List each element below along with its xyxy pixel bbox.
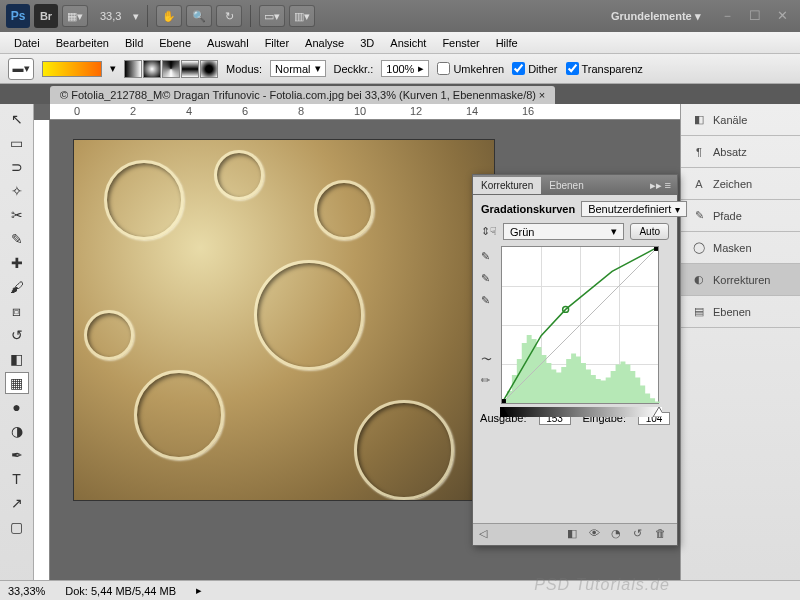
menu-auswahl[interactable]: Auswahl [199,34,257,52]
lasso-tool-icon[interactable]: ⊃ [5,156,29,178]
transparenz-checkbox[interactable]: Transparenz [566,62,643,75]
eraser-tool-icon[interactable]: ◧ [5,348,29,370]
photoshop-icon[interactable]: Ps [6,4,30,28]
preset-select[interactable]: Benutzerdefiniert ▾ [581,201,687,217]
curves-graph[interactable] [501,246,659,404]
right-panel-dock: ◧Kanäle ¶Absatz AZeichen ✎Pfade ◯Masken … [680,104,800,600]
document-tab[interactable]: © Fotolia_212788_M© Dragan Trifunovic - … [50,86,555,104]
target-adjust-icon[interactable]: ⇕☟ [481,225,497,238]
umkehren-checkbox[interactable]: Umkehren [437,62,504,75]
radial-gradient-icon[interactable] [143,60,161,78]
heal-tool-icon[interactable]: ✚ [5,252,29,274]
menu-bearbeiten[interactable]: Bearbeiten [48,34,117,52]
menu-3d[interactable]: 3D [352,34,382,52]
modus-select[interactable]: Normal▾ [270,60,325,77]
menu-datei[interactable]: Datei [6,34,48,52]
rotate-view-icon[interactable]: ↻ [216,5,242,27]
move-tool-icon[interactable]: ↖ [5,108,29,130]
clip-icon[interactable]: ◧ [567,527,583,543]
angle-gradient-icon[interactable] [162,60,180,78]
menu-bild[interactable]: Bild [117,34,151,52]
diamond-gradient-icon[interactable] [200,60,218,78]
close-icon[interactable]: × [539,89,545,101]
paths-icon: ✎ [691,208,707,224]
options-bar: ▬▾ ▾ Modus: Normal▾ Deckkr.: 100%▸ Umkeh… [0,54,800,84]
arrange-docs-icon[interactable]: ▦▾ [62,5,88,27]
panel-expand-icon[interactable]: ▸▸ ≡ [644,179,677,192]
trash-icon[interactable]: 🗑 [655,527,671,543]
window-controls[interactable]: － ☐ ✕ [721,7,794,25]
adjustments-tab[interactable]: Korrekturen [473,177,541,194]
gray-point-eyedropper-icon[interactable]: ✎ [481,272,497,288]
adjustments-icon: ◐ [691,272,707,288]
panel-masken[interactable]: ◯Masken [681,232,800,264]
ruler-horizontal[interactable]: 0246810121416 [50,104,680,120]
panel-zeichen[interactable]: AZeichen [681,168,800,200]
menu-ansicht[interactable]: Ansicht [382,34,434,52]
menu-filter[interactable]: Filter [257,34,297,52]
deckkr-input[interactable]: 100%▸ [381,60,429,77]
svg-line-1 [502,247,658,403]
menu-fenster[interactable]: Fenster [434,34,487,52]
screen-mode-icon[interactable]: ▭▾ [259,5,285,27]
linear-gradient-icon[interactable] [124,60,142,78]
menu-ebene[interactable]: Ebene [151,34,199,52]
panel-kanaele[interactable]: ◧Kanäle [681,104,800,136]
gradient-type-buttons [124,60,218,78]
statusbar: 33,33% Dok: 5,44 MB/5,44 MB ▸ [0,580,800,600]
dither-checkbox[interactable]: Dither [512,62,557,75]
reflected-gradient-icon[interactable] [181,60,199,78]
auto-button[interactable]: Auto [630,223,669,240]
panel-absatz[interactable]: ¶Absatz [681,136,800,168]
curve-point-mode-icon[interactable]: 〜 [481,352,497,368]
panel-korrekturen[interactable]: ◐Korrekturen [681,264,800,296]
canvas-image[interactable] [74,140,494,500]
panel-ebenen[interactable]: ▤Ebenen [681,296,800,328]
extras-icon[interactable]: ▥▾ [289,5,315,27]
back-icon[interactable]: ◁ [479,527,495,543]
panel-pfade[interactable]: ✎Pfade [681,200,800,232]
white-point-eyedropper-icon[interactable]: ✎ [481,294,497,310]
curve-draw-mode-icon[interactable]: ✏ [481,374,497,390]
channel-select[interactable]: Grün ▾ [503,223,624,240]
gradient-swatch[interactable] [42,61,102,77]
eye-icon[interactable]: 👁 [589,527,605,543]
workspace-selector[interactable]: Grundelemente ▾ [603,6,709,27]
path-tool-icon[interactable]: ↗ [5,492,29,514]
shape-tool-icon[interactable]: ▢ [5,516,29,538]
gradient-tool-icon[interactable]: ▦ [5,372,29,394]
document-tabbar: © Fotolia_212788_M© Dragan Trifunovic - … [0,84,800,104]
brush-tool-icon[interactable]: 🖌 [5,276,29,298]
zoom-value[interactable]: 33,3 [100,10,121,22]
menu-analyse[interactable]: Analyse [297,34,352,52]
ruler-vertical[interactable] [34,120,50,600]
stamp-tool-icon[interactable]: ⧈ [5,300,29,322]
reset-icon[interactable]: ↺ [633,527,649,543]
bridge-icon[interactable]: Br [34,4,58,28]
input-gradient[interactable] [500,407,662,417]
history-brush-icon[interactable]: ↺ [5,324,29,346]
prev-state-icon[interactable]: ◔ [611,527,627,543]
menu-hilfe[interactable]: Hilfe [488,34,526,52]
wand-tool-icon[interactable]: ✧ [5,180,29,202]
deckkr-label: Deckkr.: [334,63,374,75]
layers-icon: ▤ [691,304,707,320]
menubar: Datei Bearbeiten Bild Ebene Auswahl Filt… [0,32,800,54]
layers-tab[interactable]: Ebenen [541,177,591,194]
zoom-tool-icon[interactable]: 🔍 [186,5,212,27]
blur-tool-icon[interactable]: ● [5,396,29,418]
type-tool-icon[interactable]: T [5,468,29,490]
dodge-tool-icon[interactable]: ◑ [5,420,29,442]
eyedropper-tool-icon[interactable]: ✎ [5,228,29,250]
status-zoom[interactable]: 33,33% [8,585,45,597]
curve-line [502,247,658,403]
marquee-tool-icon[interactable]: ▭ [5,132,29,154]
gradient-tool-preset-icon[interactable]: ▬▾ [8,58,34,80]
crop-tool-icon[interactable]: ✂ [5,204,29,226]
black-point-eyedropper-icon[interactable]: ✎ [481,250,497,266]
status-dok[interactable]: Dok: 5,44 MB/5,44 MB [65,585,176,597]
app-topbar: Ps Br ▦▾ 33,3▾ ✋ 🔍 ↻ ▭▾ ▥▾ Grundelemente… [0,0,800,32]
pen-tool-icon[interactable]: ✒ [5,444,29,466]
hand-tool-icon[interactable]: ✋ [156,5,182,27]
channels-icon: ◧ [691,112,707,128]
